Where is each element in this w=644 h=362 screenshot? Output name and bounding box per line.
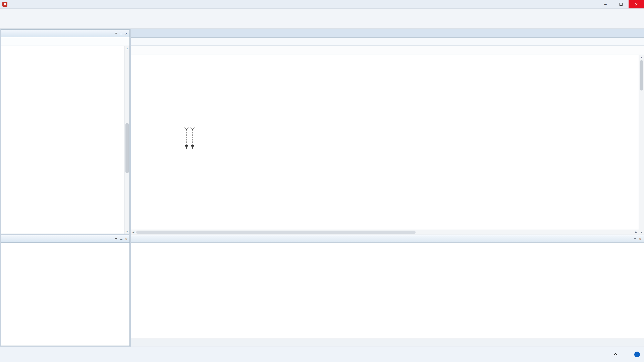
app-window: – × – × ▲ xyxy=(0,0,644,347)
model-toolbar xyxy=(131,46,644,55)
windows-taskbar xyxy=(0,347,644,362)
panel-close-icon[interactable]: × xyxy=(125,32,127,36)
editor-tab-bar xyxy=(131,29,644,38)
scroll-right-icon[interactable]: ▶ xyxy=(634,230,639,235)
system-tray xyxy=(614,347,640,362)
log-tab-bar xyxy=(131,339,644,347)
scroll-up-icon[interactable]: ▲ xyxy=(639,55,644,60)
tray-expand-icon[interactable] xyxy=(613,353,617,357)
scroll-down-icon[interactable]: ▼ xyxy=(125,229,129,234)
scrollbar-thumb[interactable] xyxy=(125,123,129,173)
panel-close-icon[interactable]: × xyxy=(125,237,127,241)
connections-panel: – × ▲ ▼ xyxy=(1,29,130,234)
editor-area: ◀ ▶ ▲ ▼ ≡ × xyxy=(131,29,644,347)
log-close-icon[interactable]: × xyxy=(639,237,641,241)
notification-badge[interactable] xyxy=(634,352,640,357)
workspace: – × ▲ ▼ – xyxy=(0,29,644,347)
reports-tree xyxy=(1,243,129,346)
menu-bar xyxy=(0,9,644,17)
horizontal-scrollbar[interactable]: ◀ ▶ xyxy=(131,230,639,235)
title-bar: – × xyxy=(0,0,644,9)
log-menu-icon[interactable]: ≡ xyxy=(634,237,636,241)
scroll-left-icon[interactable]: ◀ xyxy=(131,230,136,235)
close-button[interactable]: × xyxy=(629,0,644,8)
log-body xyxy=(131,243,644,339)
connections-toolbar xyxy=(1,37,129,46)
reports-panel-header: – × xyxy=(1,235,129,243)
connections-tree: ▲ ▼ xyxy=(1,46,129,234)
scroll-up-icon[interactable]: ▲ xyxy=(125,46,129,51)
panel-minimize-icon[interactable]: – xyxy=(120,237,122,241)
detail-tab-bar xyxy=(131,38,644,46)
maximize-icon xyxy=(620,3,623,6)
reports-panel: – × xyxy=(1,235,130,346)
scrollbar-thumb[interactable] xyxy=(640,60,643,90)
minimize-button[interactable]: – xyxy=(598,0,613,8)
log-panel: ≡ × xyxy=(131,235,644,347)
scrollbar-thumb[interactable] xyxy=(136,231,416,234)
connections-panel-header: – × xyxy=(1,30,129,37)
oracle-sql-developer-icon xyxy=(2,2,7,7)
relationship-lines xyxy=(180,127,201,150)
panel-menu-icon[interactable] xyxy=(115,33,117,34)
connections-scrollbar[interactable]: ▲ ▼ xyxy=(124,46,129,234)
left-dock: – × ▲ ▼ – xyxy=(0,29,131,347)
vertical-scrollbar[interactable]: ▲ ▼ xyxy=(639,55,644,235)
main-toolbar xyxy=(0,17,644,29)
maximize-button[interactable] xyxy=(613,0,629,8)
panel-menu-icon[interactable] xyxy=(115,238,117,240)
log-panel-header: ≡ × xyxy=(131,235,644,243)
scroll-down-icon[interactable]: ▼ xyxy=(639,230,644,235)
panel-minimize-icon[interactable]: – xyxy=(120,32,122,36)
model-diagram-canvas[interactable]: ◀ ▶ xyxy=(131,55,644,235)
